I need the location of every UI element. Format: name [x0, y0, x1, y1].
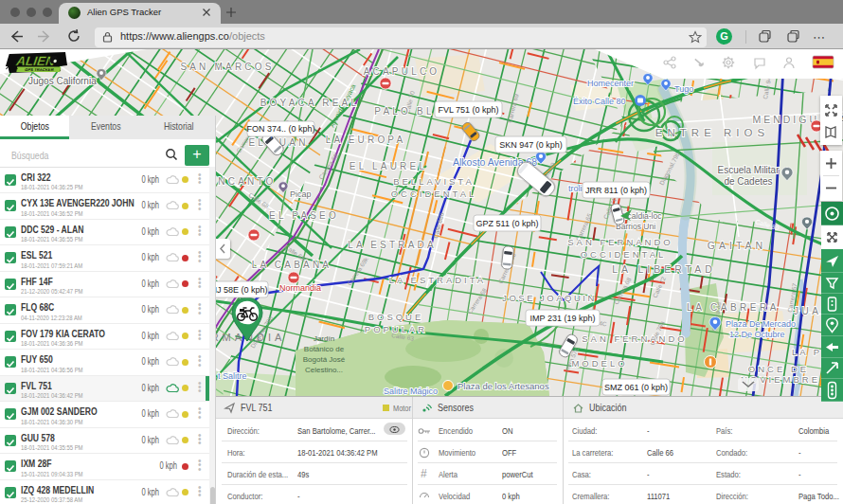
svg-text:EL LAUREL: EL LAUREL — [350, 161, 427, 171]
svg-text:SAN FERNANDO: SAN FERNANDO — [582, 333, 687, 344]
svg-text:SMZ 061 (0 kph): SMZ 061 (0 kph) — [604, 383, 668, 392]
svg-text:Celestino...: Celestino... — [305, 366, 343, 374]
svg-text:MODELO: MODELO — [571, 358, 627, 369]
svg-text:JRR 811 (0 kph): JRR 811 (0 kph) — [585, 186, 647, 195]
svg-text:LA P: LA P — [792, 347, 822, 357]
svg-text:SAN FERNANDO: SAN FERNANDO — [567, 237, 673, 247]
svg-text:JOSE JOAQUIN: JOSE JOAQUIN — [502, 293, 597, 303]
svg-text:LA LIBERTAD: LA LIBERTAD — [612, 263, 716, 275]
svg-text:Éxito Calle 80: Éxito Calle 80 — [573, 97, 626, 106]
svg-text:OCCIDENTAL: OCCIDENTAL — [391, 189, 477, 199]
svg-text:PALO BL: PALO BL — [374, 106, 434, 117]
svg-text:NJ 58E (0 kph): NJ 58E (0 kph) — [210, 285, 267, 295]
svg-text:GPS TRACKER: GPS TRACKER — [25, 67, 54, 72]
svg-text:de Cadetes: de Cadetes — [724, 176, 772, 187]
svg-text:ENCANTO: ENCANTO — [208, 176, 276, 187]
svg-text:ENTRE RIOS: ENTRE RIOS — [655, 127, 769, 138]
svg-text:OCCIDENTAL: OCCIDENTAL — [581, 249, 667, 260]
svg-text:BOSQUE: BOSQUE — [368, 312, 424, 322]
svg-text:LA CABRERA: LA CABRERA — [687, 302, 780, 313]
svg-text:Tugo: Tugo — [674, 84, 693, 94]
svg-text:LA EUROPA: LA EUROPA — [326, 135, 406, 145]
svg-text:FON 374.. (0 kph): FON 374.. (0 kph) — [246, 124, 314, 134]
svg-text:Normandia: Normandia — [279, 283, 321, 293]
svg-text:Bogotá José: Bogotá José — [303, 355, 346, 364]
svg-text:Plaza de los Artesanos: Plaza de los Artesanos — [457, 381, 549, 391]
svg-text:IMP 231 (19 kph): IMP 231 (19 kph) — [530, 314, 596, 323]
svg-text:GAITAN: GAITAN — [708, 240, 766, 251]
svg-text:LA ESTRADITA: LA ESTRADITA — [389, 275, 486, 285]
svg-text:FVL 751 (0 kph): FVL 751 (0 kph) — [438, 105, 498, 115]
svg-text:POPULAR: POPULAR — [365, 324, 427, 334]
svg-text:LA ESTRADA: LA ESTRADA — [348, 240, 437, 250]
svg-text:12 De Octubre: 12 De Octubre — [729, 330, 785, 339]
svg-text:Salitre Mágico: Salitre Mágico — [384, 387, 438, 396]
svg-text:BOYACA REAL: BOYACA REAL — [260, 98, 360, 108]
svg-text:Picap: Picap — [290, 189, 312, 199]
svg-text:ONCE DE: ONCE DE — [748, 364, 809, 374]
svg-text:LA CABANA: LA CABANA — [252, 260, 332, 270]
svg-text:SKN 947 (0 kph): SKN 947 (0 kph) — [499, 140, 563, 150]
svg-text:Plaza De Mercado: Plaza De Mercado — [726, 319, 796, 329]
svg-text:Botánico de: Botánico de — [304, 345, 345, 353]
svg-text:EL PASEO: EL PASEO — [269, 210, 339, 221]
svg-text:Escuela Militar: Escuela Militar — [717, 165, 780, 175]
svg-text:Jardín: Jardín — [314, 334, 334, 343]
svg-text:t Salitre: t Salitre — [218, 371, 247, 381]
svg-text:BELLAVISTA: BELLAVISTA — [393, 176, 475, 187]
svg-text:GPZ 511 (0 kph): GPZ 511 (0 kph) — [476, 219, 539, 228]
